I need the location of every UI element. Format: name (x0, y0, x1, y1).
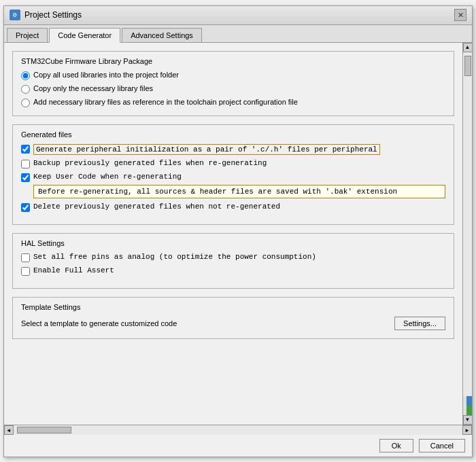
project-settings-window: ⚙ Project Settings ✕ Project Code Genera… (3, 5, 473, 457)
titlebar: ⚙ Project Settings ✕ (4, 6, 472, 25)
hscroll-thumb[interactable] (17, 427, 71, 433)
generated-files-section: Generated files Generate peripheral init… (12, 124, 454, 225)
hscroll-track[interactable] (14, 425, 462, 435)
gen-file-3[interactable]: Keep User Code when re-generating (21, 173, 445, 182)
template-section: Template Settings Select a template to g… (12, 297, 454, 339)
tab-bar: Project Code Generator Advanced Settings (4, 25, 472, 43)
close-button[interactable]: ✕ (454, 9, 466, 21)
scroll-right-arrow[interactable]: ► (462, 425, 472, 435)
gen-file-2-label: Backup previously generated files when r… (33, 159, 267, 167)
hal-item-2-label: Enable Full Assert (33, 266, 114, 274)
scrollbar-bottom: ◄ ► (4, 425, 472, 435)
side-accent-green (466, 406, 472, 415)
hal-section: HAL Settings Set all free pins as analog… (12, 233, 454, 289)
main-content: STM32Cube Firmware Library Package Copy … (4, 43, 462, 425)
template-description: Select a template to generate customized… (21, 319, 177, 327)
scroll-down-arrow[interactable]: ▼ (463, 415, 473, 425)
scrollbar-right: ▲ ▼ (462, 43, 472, 425)
content-area: STM32Cube Firmware Library Package Copy … (4, 43, 472, 425)
window-icon: ⚙ (10, 10, 20, 20)
side-accent-blue (466, 396, 472, 406)
firmware-radio-1[interactable] (21, 71, 30, 80)
hal-item-1[interactable]: Set all free pins as analog (to optimize… (21, 253, 445, 262)
hal-section-label: HAL Settings (21, 239, 445, 247)
tab-advanced-settings[interactable]: Advanced Settings (122, 28, 202, 42)
firmware-option-3-label: Add necessary library files as reference… (33, 98, 298, 106)
generated-files-label: Generated files (21, 130, 445, 139)
button-row: Ok Cancel (4, 435, 472, 457)
firmware-option-3[interactable]: Add necessary library files as reference… (21, 98, 445, 107)
cancel-button[interactable]: Cancel (419, 439, 465, 452)
window-title: Project Settings (24, 10, 454, 20)
hal-checkbox-1[interactable] (21, 253, 30, 262)
gen-file-4-label: Delete previously generated files when n… (33, 202, 280, 211)
firmware-section-label: STM32Cube Firmware Library Package (21, 57, 445, 65)
ok-button[interactable]: Ok (379, 439, 413, 452)
hal-item-2[interactable]: Enable Full Assert (21, 266, 445, 276)
firmware-radio-2[interactable] (21, 85, 30, 94)
firmware-option-1-label: Copy all used libraries into the project… (33, 71, 179, 79)
scroll-left-arrow[interactable]: ◄ (4, 425, 14, 435)
hal-item-1-label: Set all free pins as analog (to optimize… (33, 253, 316, 261)
gen-checkbox-2[interactable] (21, 160, 30, 168)
scroll-track[interactable] (463, 52, 472, 396)
gen-file-1[interactable]: Generate peripheral initialization as a … (21, 144, 445, 155)
scroll-up-arrow[interactable]: ▲ (463, 43, 473, 52)
firmware-option-2-label: Copy only the necessary library files (33, 84, 153, 92)
gen-file-2[interactable]: Backup previously generated files when r… (21, 159, 445, 168)
tab-project[interactable]: Project (7, 28, 48, 42)
firmware-option-2[interactable]: Copy only the necessary library files (21, 84, 445, 94)
gen-file-1-label: Generate peripheral initialization as a … (33, 144, 380, 155)
gen-checkbox-1[interactable] (21, 145, 30, 154)
bottom-bar: ◄ ► Ok Cancel (4, 425, 472, 457)
firmware-radio-group: Copy all used libraries into the project… (21, 71, 445, 107)
firmware-option-1[interactable]: Copy all used libraries into the project… (21, 71, 445, 80)
firmware-radio-3[interactable] (21, 99, 30, 107)
template-section-label: Template Settings (21, 303, 445, 311)
hal-checkbox-2[interactable] (21, 267, 30, 276)
tooltip-bak: Before re-generating, all sources & head… (33, 185, 445, 198)
gen-file-3-label: Keep User Code when re-generating (33, 173, 182, 181)
settings-button[interactable]: Settings... (394, 317, 445, 330)
firmware-section: STM32Cube Firmware Library Package Copy … (12, 51, 454, 116)
scroll-thumb[interactable] (464, 56, 471, 76)
gen-checkbox-3[interactable] (21, 173, 30, 182)
gen-checkbox-4[interactable] (21, 203, 30, 212)
template-row: Select a template to generate customized… (21, 317, 445, 330)
tab-code-generator[interactable]: Code Generator (49, 28, 120, 43)
gen-file-4[interactable]: Delete previously generated files when n… (21, 202, 445, 212)
